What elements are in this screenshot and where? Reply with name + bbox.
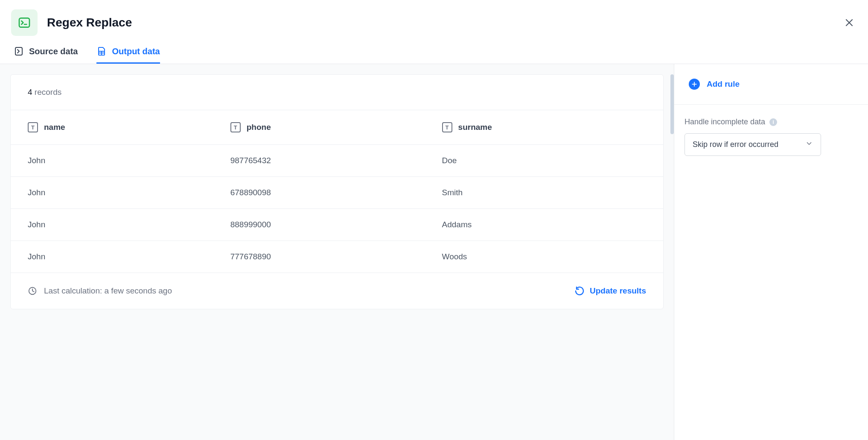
handle-incomplete-select[interactable]: Skip row if error occurred <box>684 133 821 156</box>
cell-phone: 777678890 <box>213 241 425 273</box>
plus-circle-icon <box>689 79 700 90</box>
body: 4 records T name <box>0 64 868 440</box>
cell-name: John <box>11 145 213 177</box>
cell-name: John <box>11 209 213 241</box>
col-header-phone[interactable]: T phone <box>213 110 425 145</box>
col-label: name <box>44 123 65 132</box>
handle-incomplete-label: Handle incomplete data i <box>674 105 868 133</box>
cell-surname: Addams <box>425 209 663 241</box>
text-type-icon: T <box>230 122 241 132</box>
table-row: John 777678890 Woods <box>11 241 663 273</box>
card-footer: Last calculation: a few seconds ago Upda… <box>11 273 663 309</box>
section-label-text: Handle incomplete data <box>684 117 765 126</box>
results-card: 4 records T name <box>10 74 664 309</box>
update-results-button[interactable]: Update results <box>574 286 646 296</box>
text-type-icon: T <box>442 122 452 132</box>
scrollbar-thumb[interactable] <box>670 74 674 134</box>
col-label: surname <box>458 123 492 132</box>
records-count-number: 4 <box>28 88 32 97</box>
cell-surname: Woods <box>425 241 663 273</box>
text-type-icon: T <box>28 122 38 132</box>
tab-source-data[interactable]: Source data <box>14 46 78 64</box>
cell-phone: 888999000 <box>213 209 425 241</box>
add-rule-button[interactable]: Add rule <box>674 64 868 105</box>
col-label: phone <box>247 123 271 132</box>
records-count-label: records <box>35 88 61 97</box>
cell-surname: Smith <box>425 177 663 209</box>
table-row: John 987765432 Doe <box>11 145 663 177</box>
cell-name: John <box>11 177 213 209</box>
cell-name: John <box>11 241 213 273</box>
right-pane: Add rule Handle incomplete data i Skip r… <box>674 64 868 440</box>
cell-surname: Doe <box>425 145 663 177</box>
update-results-label: Update results <box>590 286 646 296</box>
step-icon <box>11 9 38 36</box>
chevron-down-icon <box>805 140 813 150</box>
records-count: 4 records <box>11 75 663 110</box>
add-rule-label: Add rule <box>707 79 740 89</box>
page-title: Regex Replace <box>47 16 832 29</box>
import-icon <box>14 46 24 56</box>
col-header-name[interactable]: T name <box>11 110 213 145</box>
tab-label: Source data <box>29 47 78 56</box>
last-calculation-label: Last calculation: a few seconds ago <box>44 286 172 296</box>
cell-phone: 678890098 <box>213 177 425 209</box>
info-icon[interactable]: i <box>769 118 777 126</box>
cell-phone: 987765432 <box>213 145 425 177</box>
table-file-icon <box>96 46 107 56</box>
clock-icon <box>28 286 37 296</box>
tab-label: Output data <box>112 47 160 56</box>
select-value: Skip row if error occurred <box>693 140 778 149</box>
table-row: John 678890098 Smith <box>11 177 663 209</box>
refresh-icon <box>574 286 585 296</box>
close-button[interactable] <box>842 15 857 30</box>
svg-rect-0 <box>19 18 29 27</box>
col-header-surname[interactable]: T surname <box>425 110 663 145</box>
tab-output-data[interactable]: Output data <box>96 46 160 64</box>
results-table: T name T phone <box>11 110 663 273</box>
header: Regex Replace <box>0 0 868 40</box>
tabs: Source data Output data <box>0 40 868 64</box>
left-pane: 4 records T name <box>0 64 674 440</box>
table-row: John 888999000 Addams <box>11 209 663 241</box>
